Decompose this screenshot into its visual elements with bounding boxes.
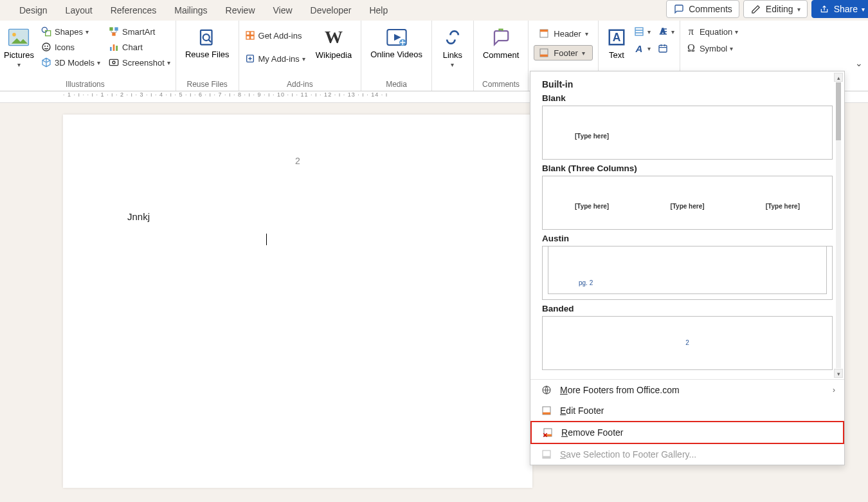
reuse-files-button[interactable]: Reuse Files [181,23,233,62]
header-icon [538,28,550,39]
textbox-icon: A [605,26,628,49]
blank3-title: Blank (Three Columns) [542,163,833,173]
chart-button[interactable]: Chart [108,41,170,53]
svg-rect-35 [543,413,550,414]
get-addins-button[interactable]: Get Add-ins [244,30,305,41]
svg-text:A: A [660,27,665,35]
comments-button[interactable]: Comments [666,0,739,18]
header-button[interactable]: Header ▾ [534,26,593,41]
svg-rect-8 [114,27,118,30]
smartart-label: SmartArt [122,27,155,37]
svg-point-1 [13,33,17,37]
footer-icon [538,47,550,59]
pencil-icon [750,3,762,15]
chevron-down-icon: ▾ [451,61,454,68]
banded-title: Banded [542,304,833,313]
wordart-icon: A [633,42,645,54]
screenshot-button[interactable]: Screenshot ▾ [108,57,170,68]
textbox-button[interactable]: A Text [604,23,629,62]
svg-point-5 [44,46,46,47]
smartart-button[interactable]: SmartArt [108,26,170,37]
chevron-down-icon: ▾ [167,59,170,66]
edit-footer-icon [541,405,552,416]
screenshot-icon [108,57,120,68]
scroll-up-icon[interactable]: ▴ [834,73,843,82]
chevron-down-icon: ▾ [862,6,865,13]
footer-template-blank[interactable]: [Type here] [542,106,833,160]
chevron-down-icon: ▾ [671,28,674,35]
share-button[interactable]: Share ▾ [811,0,868,18]
addins-group-label: Add-ins [244,79,356,91]
footer-template-banded[interactable]: 2 [542,316,833,370]
icons-button[interactable]: Icons [41,41,100,53]
smartart-icon [108,26,120,37]
equation-button[interactable]: π Equation ▾ [685,26,738,37]
chevron-down-icon: ▾ [730,45,733,52]
pictures-label: Pictures [4,50,34,60]
dropcap-button[interactable]: A▾ [657,26,674,37]
ribbon-collapse-chevron[interactable]: ⌄ [855,58,863,68]
builtin-section: Built-in [542,79,833,89]
quick-parts-button[interactable]: ▾ [633,26,651,37]
footer-template-austin[interactable]: pg. 2 [542,246,833,300]
document-page[interactable]: 2 Jnnkj [63,115,532,488]
wikipedia-button[interactable]: W Wikipedia [312,23,356,62]
editing-button[interactable]: Editing ▾ [743,0,808,18]
link-icon [441,26,464,49]
tab-review[interactable]: Review [226,5,255,15]
wordart-button[interactable]: A▾ [633,42,651,54]
3d-models-label: 3D Models [55,58,95,68]
tab-layout[interactable]: Layout [66,5,93,15]
shapes-button[interactable]: Shapes ▾ [41,26,100,37]
svg-text:A: A [613,31,621,44]
footer-button[interactable]: Footer ▾ [534,45,593,60]
svg-point-2 [42,27,47,32]
svg-rect-12 [116,46,118,51]
reuse-files-label: Reuse Files [185,50,230,59]
austin-page-text: pg. 2 [579,279,593,286]
date-icon [657,42,669,54]
store-icon [244,30,256,41]
icons-label: Icons [55,42,75,52]
symbol-button[interactable]: Ω Symbol ▾ [685,42,738,54]
comments-label: Comments [689,4,732,14]
type-here-placeholder: [Type here] [575,133,609,140]
svg-point-4 [42,43,50,51]
tab-references[interactable]: References [111,5,157,15]
pictures-button[interactable]: Pictures ▾ [0,23,38,71]
chevron-down-icon: ▾ [86,28,89,35]
document-body-text[interactable]: Jnnkj [127,211,468,222]
links-button[interactable]: Links ▾ [437,23,468,71]
title-right-buttons: Comments Editing ▾ Share ▾ [666,0,868,18]
svg-point-14 [113,61,115,64]
equation-label: Equation [700,27,732,37]
remove-footer-action[interactable]: Remove Footer [530,421,844,444]
editing-label: Editing [766,4,793,14]
comment-button[interactable]: Comment [479,23,523,62]
online-videos-label: Online Videos [370,50,422,59]
tab-help[interactable]: Help [369,5,388,15]
wikipedia-label: Wikipedia [316,50,352,60]
chevron-down-icon: ▾ [647,45,651,52]
gallery-scrollbar[interactable]: ▴ ▾ [834,73,843,378]
tab-view[interactable]: View [273,5,293,15]
tab-developer[interactable]: Developer [311,5,352,15]
comment-label: Comment [483,50,519,60]
more-footers-action[interactable]: More Footers from Office.com › [530,380,844,400]
video-icon [385,26,408,49]
comment-icon [673,3,685,15]
tab-design[interactable]: Design [19,5,48,15]
online-videos-button[interactable]: Online Videos [366,23,426,62]
date-time-button[interactable] [657,42,674,54]
scroll-down-icon[interactable]: ▾ [834,369,843,378]
chart-icon [108,41,120,53]
edit-footer-action[interactable]: Edit Footer [530,400,844,421]
footer-template-blank3[interactable]: [Type here] [Type here] [Type here] [542,176,833,230]
my-addins-button[interactable]: My Add-ins ▾ [244,53,305,64]
scroll-track[interactable] [836,82,841,368]
addins-icon [244,53,256,64]
wikipedia-icon: W [322,26,345,49]
tab-mailings[interactable]: Mailings [174,5,207,15]
scroll-thumb[interactable] [836,82,841,140]
3d-models-button[interactable]: 3D Models ▾ [41,57,100,68]
